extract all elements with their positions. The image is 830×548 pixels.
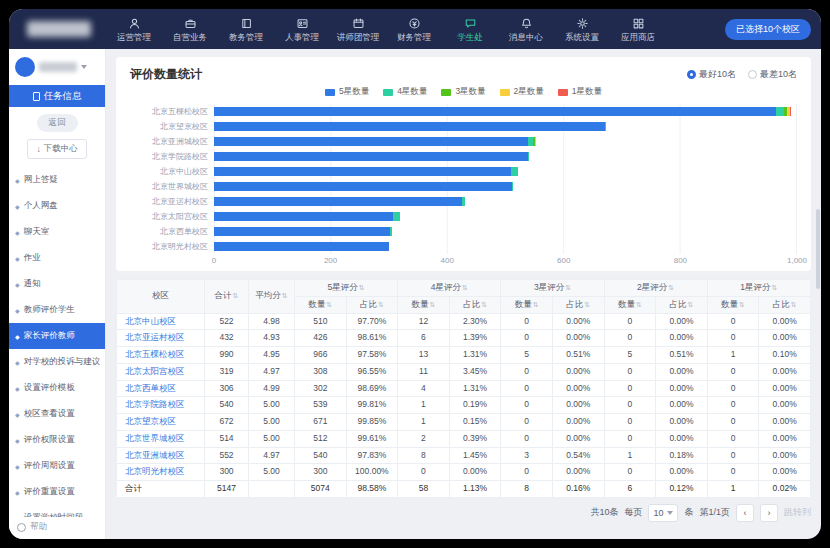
sidebar-item-5[interactable]: ◆教师评价学生 bbox=[9, 297, 105, 323]
sidebar-item-0[interactable]: ◆网上答疑 bbox=[9, 167, 105, 193]
nav-item-5[interactable]: 财务管理 bbox=[387, 15, 441, 44]
sort-radio-0[interactable]: 最好10名 bbox=[687, 68, 736, 81]
stats-table: 校区合计⇅平均分⇅5星评分⇅4星评分⇅3星评分⇅2星评分⇅1星评分⇅数量⇅占比⇅… bbox=[116, 279, 811, 498]
sidebar-item-8[interactable]: ◆设置评价模板 bbox=[9, 375, 105, 401]
sidebar-item-7[interactable]: ◆对学校的投诉与建议 bbox=[9, 349, 105, 375]
nav-item-1[interactable]: 自营业务 bbox=[163, 15, 217, 44]
nav-item-label: 应用商店 bbox=[621, 32, 655, 44]
sidebar-item-label: 网上答疑 bbox=[24, 174, 58, 186]
campus-link[interactable]: 北京世界城校区 bbox=[117, 430, 205, 447]
per-page-select[interactable]: 10 bbox=[648, 504, 678, 522]
user-menu[interactable] bbox=[9, 49, 105, 83]
sidebar-item-label: 聊天室 bbox=[24, 226, 50, 238]
col-header-count-2[interactable]: 数量⇅ bbox=[501, 296, 553, 313]
table-row: 北京望京校区6725.0067199.85%10.15%00.00%00.00%… bbox=[117, 414, 811, 431]
legend-item-2[interactable]: 3星数量 bbox=[441, 86, 485, 98]
col-header-count-1[interactable]: 数量⇅ bbox=[398, 296, 450, 313]
sidebar-item-9[interactable]: ◆校区查看设置 bbox=[9, 401, 105, 427]
col-header-avg[interactable]: 平均分⇅ bbox=[249, 280, 295, 314]
id-card-icon bbox=[296, 17, 309, 30]
sort-radio-1[interactable]: 最差10名 bbox=[748, 68, 797, 81]
sidebar-item-6[interactable]: ◆家长评价教师 bbox=[9, 323, 105, 349]
next-page-button[interactable]: › bbox=[760, 504, 778, 522]
legend-item-1[interactable]: 4星数量 bbox=[383, 86, 427, 98]
nav-item-4[interactable]: 讲师团管理 bbox=[331, 15, 385, 44]
campus-link-label[interactable]: 北京亚洲城校区 bbox=[125, 450, 185, 460]
nav-item-9[interactable]: 应用商店 bbox=[611, 15, 665, 44]
campus-link[interactable]: 北京学院路校区 bbox=[117, 397, 205, 414]
cell: 672 bbox=[205, 414, 249, 431]
sidebar-item-12[interactable]: ◆评价重置设置 bbox=[9, 479, 105, 505]
cell: 5.00 bbox=[249, 430, 295, 447]
campus-link-label[interactable]: 北京世界城校区 bbox=[125, 433, 185, 443]
col-header-campus: 校区 bbox=[117, 280, 205, 314]
col-header-pct-0[interactable]: 占比⇅ bbox=[346, 296, 398, 313]
bar-segment-4星数量 bbox=[390, 227, 392, 236]
campus-link[interactable]: 北京亚洲城校区 bbox=[117, 447, 205, 464]
sidebar-item-2[interactable]: ◆聊天室 bbox=[9, 219, 105, 245]
help-button[interactable]: 帮助 bbox=[9, 517, 105, 539]
campus-link-label[interactable]: 北京五棵松校区 bbox=[125, 349, 185, 359]
cell: 0 bbox=[707, 430, 759, 447]
sidebar-item-11[interactable]: ◆评价周期设置 bbox=[9, 453, 105, 479]
sidebar-item-4[interactable]: ◆通知 bbox=[9, 271, 105, 297]
campus-link[interactable]: 北京亚运村校区 bbox=[117, 330, 205, 347]
col-group-4[interactable]: 1星评分⇅ bbox=[707, 280, 810, 297]
cell: 1 bbox=[604, 447, 656, 464]
campus-link[interactable]: 北京望京校区 bbox=[117, 414, 205, 431]
bar-segment-4星数量 bbox=[462, 197, 465, 206]
cell: 0.00% bbox=[552, 363, 604, 380]
nav-item-6[interactable]: 学生处 bbox=[443, 15, 497, 44]
sidebar-item-label: 通知 bbox=[24, 278, 41, 290]
sidebar-item-13[interactable]: ◆设置学校时间段 bbox=[9, 505, 105, 517]
cell: 0.00% bbox=[552, 397, 604, 414]
campus-link-label[interactable]: 北京望京校区 bbox=[125, 416, 176, 426]
download-center-button[interactable]: ↓ 下载中心 bbox=[27, 139, 86, 159]
campus-link[interactable]: 北京太阳宫校区 bbox=[117, 363, 205, 380]
nav-item-2[interactable]: 教务管理 bbox=[219, 15, 273, 44]
prev-page-button[interactable]: ‹ bbox=[736, 504, 754, 522]
sidebar-item-1[interactable]: ◆个人网盘 bbox=[9, 193, 105, 219]
col-header-count-0[interactable]: 数量⇅ bbox=[295, 296, 347, 313]
campus-selector-button[interactable]: 已选择10个校区 bbox=[725, 19, 811, 40]
cell: 4 bbox=[398, 380, 450, 397]
col-header-pct-3[interactable]: 占比⇅ bbox=[656, 296, 708, 313]
campus-link[interactable]: 北京西单校区 bbox=[117, 380, 205, 397]
col-header-count-3[interactable]: 数量⇅ bbox=[604, 296, 656, 313]
campus-link-label[interactable]: 北京中山校区 bbox=[125, 316, 176, 326]
chart-category-label: 北京学院路校区 bbox=[130, 149, 214, 164]
table-head: 校区合计⇅平均分⇅5星评分⇅4星评分⇅3星评分⇅2星评分⇅1星评分⇅数量⇅占比⇅… bbox=[117, 280, 811, 314]
chart-category-label: 北京明光村校区 bbox=[130, 239, 214, 254]
nav-item-8[interactable]: 系统设置 bbox=[555, 15, 609, 44]
campus-link[interactable]: 北京五棵松校区 bbox=[117, 347, 205, 364]
campus-link-label[interactable]: 北京学院路校区 bbox=[125, 399, 185, 409]
col-header-pct-4[interactable]: 占比⇅ bbox=[759, 296, 811, 313]
legend-item-3[interactable]: 2星数量 bbox=[500, 86, 544, 98]
col-header-pct-2[interactable]: 占比⇅ bbox=[552, 296, 604, 313]
col-group-1[interactable]: 4星评分⇅ bbox=[398, 280, 501, 297]
col-group-0[interactable]: 5星评分⇅ bbox=[295, 280, 398, 297]
col-header-total[interactable]: 合计⇅ bbox=[205, 280, 249, 314]
sidebar-item-10[interactable]: ◆评价权限设置 bbox=[9, 427, 105, 453]
cell: 5.00 bbox=[249, 414, 295, 431]
campus-link[interactable]: 北京中山校区 bbox=[117, 313, 205, 330]
sidebar-item-3[interactable]: ◆作业 bbox=[9, 245, 105, 271]
campus-link-label[interactable]: 北京明光村校区 bbox=[125, 466, 185, 476]
col-group-3[interactable]: 2星评分⇅ bbox=[604, 280, 707, 297]
campus-link-label[interactable]: 北京太阳宫校区 bbox=[125, 366, 185, 376]
campus-link-label[interactable]: 北京亚运村校区 bbox=[125, 332, 185, 342]
back-button[interactable]: 返回 bbox=[37, 114, 78, 132]
nav-item-7[interactable]: 消息中心 bbox=[499, 15, 553, 44]
nav-item-0[interactable]: 运营管理 bbox=[107, 15, 161, 44]
col-header-count-4[interactable]: 数量⇅ bbox=[707, 296, 759, 313]
primary-module-button[interactable]: 任务信息 bbox=[9, 85, 105, 107]
col-group-2[interactable]: 3星评分⇅ bbox=[501, 280, 604, 297]
legend-item-4[interactable]: 1星数量 bbox=[558, 86, 602, 98]
legend-item-0[interactable]: 5星数量 bbox=[325, 86, 369, 98]
col-header-pct-1[interactable]: 占比⇅ bbox=[449, 296, 501, 313]
app-window: { "topnav": { "campus_selector_label": "… bbox=[0, 0, 830, 548]
scrollbar[interactable] bbox=[816, 209, 820, 289]
campus-link-label[interactable]: 北京西单校区 bbox=[125, 383, 176, 393]
nav-item-3[interactable]: 人事管理 bbox=[275, 15, 329, 44]
campus-link[interactable]: 北京明光村校区 bbox=[117, 464, 205, 481]
